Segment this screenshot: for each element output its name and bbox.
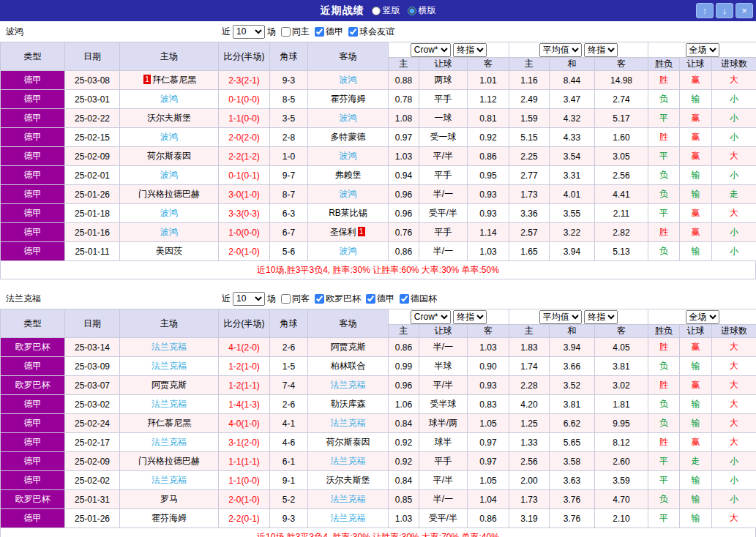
section-team-label: 波鸿 — [6, 26, 23, 38]
layout-radio-vertical[interactable]: 竖版 — [372, 4, 400, 17]
scope-select[interactable]: 全场 — [686, 43, 719, 57]
scroll-down-button[interactable]: ↓ — [716, 3, 733, 18]
team-name-link[interactable]: 沃尔夫斯堡 — [147, 113, 191, 123]
layout-radio-horizontal[interactable]: 横版 — [408, 4, 436, 17]
filter-club-friendly[interactable]: 球会友谊 — [345, 26, 394, 38]
filter-row: 法兰克福 近 10 场 同客 欧罗巴杯 德甲 德国杯 — [0, 288, 756, 309]
team-name-link[interactable]: 波鸿 — [160, 170, 178, 180]
scroll-up-button[interactable]: ↑ — [696, 3, 714, 18]
same-away-checkbox[interactable] — [281, 294, 291, 304]
team-name-link[interactable]: 法兰克福 — [331, 513, 366, 523]
team-name-link[interactable]: 柏林联合 — [331, 361, 366, 371]
team-name-link[interactable]: 美因茨 — [156, 246, 182, 256]
team-name-link[interactable]: 荷尔斯泰因 — [147, 151, 191, 161]
home-odds-cell: 0.92 — [389, 452, 419, 471]
team-name-link[interactable]: 法兰克福 — [151, 399, 187, 409]
match-count-select[interactable]: 10 — [233, 25, 265, 39]
team-name-link[interactable]: 阿贾克斯 — [151, 380, 187, 390]
team-name-link[interactable]: 法兰克福 — [151, 342, 187, 352]
bookmaker-select[interactable]: Crow* — [411, 310, 451, 324]
avg-time-select[interactable]: 终指 — [584, 310, 618, 324]
avg-draw-cell: 3.47 — [550, 90, 595, 109]
avg-home-cell: 2.00 — [509, 471, 550, 490]
team-name-link[interactable]: 法兰克福 — [151, 475, 187, 485]
team-name-link[interactable]: 拜仁慕尼黑 — [152, 75, 196, 85]
date-cell: 25-02-02 — [65, 471, 120, 490]
filter-same-away[interactable]: 同客 — [278, 293, 310, 305]
team-name-link[interactable]: 门兴格拉德巴赫 — [138, 189, 200, 199]
team-name-link[interactable]: 波鸿 — [340, 151, 357, 161]
team-name-link[interactable]: 罗马 — [160, 494, 178, 504]
club-friendly-checkbox[interactable] — [348, 27, 358, 37]
close-button[interactable]: × — [736, 3, 753, 18]
team-name-link[interactable]: 法兰克福 — [151, 437, 187, 447]
league-cell: 德甲 — [1, 185, 65, 204]
corner-cell: 1-5 — [270, 357, 308, 376]
home-team-cell: 波鸿 — [120, 223, 219, 242]
team-name-link[interactable]: 霍芬海姆 — [331, 94, 366, 104]
avg-home-cell: 1.16 — [509, 71, 550, 90]
team-name-link[interactable]: 波鸿 — [340, 246, 357, 256]
team-name-link[interactable]: 法兰克福 — [331, 380, 366, 390]
dfb-pokal-checkbox[interactable] — [400, 294, 409, 304]
home-odds-cell: 0.86 — [389, 338, 419, 357]
team-name-link[interactable]: RB莱比锡 — [329, 208, 367, 218]
team-name-link[interactable]: 霍芬海姆 — [151, 513, 187, 523]
team-name-link[interactable]: 勒沃库森 — [331, 399, 366, 409]
team-name-link[interactable]: 多特蒙德 — [331, 132, 366, 142]
avg-draw-cell: 5.65 — [550, 433, 595, 452]
bookmaker-select[interactable]: Crow* — [411, 43, 451, 57]
team-name-link[interactable]: 阿贾克斯 — [331, 342, 366, 352]
filter-dfb-pokal[interactable]: 德国杯 — [397, 293, 437, 305]
filter-bundesliga[interactable]: 德甲 — [312, 26, 343, 38]
checkbox-label: 同主 — [292, 26, 310, 38]
odds-time-select[interactable]: 终指 — [453, 43, 487, 57]
team-name-link[interactable]: 波鸿 — [160, 132, 178, 142]
avg-away-cell: 4.70 — [595, 490, 648, 509]
filter-same-home[interactable]: 同主 — [278, 26, 310, 38]
team-name-link[interactable]: 弗赖堡 — [335, 170, 362, 180]
team-name-link[interactable]: 拜仁慕尼黑 — [147, 418, 191, 428]
avg-draw-cell: 3.58 — [550, 452, 595, 471]
bundesliga-checkbox[interactable] — [366, 294, 375, 304]
match-count-select[interactable]: 10 — [233, 292, 265, 306]
team-name-link[interactable]: 波鸿 — [160, 94, 178, 104]
team-name-link[interactable]: 波鸿 — [340, 189, 357, 199]
same-home-checkbox[interactable] — [281, 27, 291, 37]
titlebar: 近期战绩 竖版 横版 ↑ ↓ × — [0, 0, 756, 21]
team-name-link[interactable]: 法兰克福 — [331, 456, 366, 466]
team-name-link[interactable]: 法兰克福 — [331, 418, 366, 428]
average-select[interactable]: 平均值 — [539, 310, 582, 324]
bundesliga-checkbox[interactable] — [315, 27, 324, 37]
avg-away-cell: 8.12 — [595, 433, 648, 452]
team-name-link[interactable]: 波鸿 — [340, 113, 357, 123]
filter-europa-league[interactable]: 欧罗巴杯 — [312, 293, 361, 305]
europa-league-checkbox[interactable] — [315, 294, 324, 304]
filter-bundesliga[interactable]: 德甲 — [363, 293, 394, 305]
team-name-link[interactable]: 波鸿 — [340, 75, 357, 85]
away-team-cell: 法兰克福 — [308, 414, 389, 433]
match-row: 德甲25-02-09荷尔斯泰因2-2(1-2)1-0波鸿1.03平/半0.862… — [1, 147, 756, 166]
away-team-cell: 波鸿 — [308, 147, 389, 166]
team-name-link[interactable]: 圣保利 — [330, 227, 356, 237]
team-name-link[interactable]: 门兴格拉德巴赫 — [138, 456, 200, 466]
team-name-link[interactable]: 沃尔夫斯堡 — [326, 475, 370, 485]
team-name-link[interactable]: 荷尔斯泰因 — [326, 437, 370, 447]
handicap-cell: 球半/两 — [419, 414, 468, 433]
scope-select[interactable]: 全场 — [686, 310, 719, 324]
league-cell: 德甲 — [1, 471, 65, 490]
home-team-cell: 门兴格拉德巴赫 — [120, 185, 219, 204]
team-name-link[interactable]: 波鸿 — [160, 227, 178, 237]
match-row: 德甲25-01-18波鸿3-3(0-3)6-3RB莱比锡0.96受平/半0.93… — [1, 204, 756, 223]
avg-time-select[interactable]: 终指 — [584, 43, 618, 57]
team-name-link[interactable]: 波鸿 — [160, 208, 178, 218]
team-name-link[interactable]: 法兰克福 — [151, 361, 187, 371]
result-cell: 负 — [648, 185, 680, 204]
avg-draw-cell: 3.31 — [550, 166, 595, 185]
avg-home-cell: 2.25 — [509, 147, 550, 166]
horizontal-radio[interactable] — [408, 7, 416, 15]
odds-time-select[interactable]: 终指 — [453, 310, 487, 324]
vertical-radio[interactable] — [372, 7, 381, 15]
team-name-link[interactable]: 法兰克福 — [331, 494, 366, 504]
average-select[interactable]: 平均值 — [539, 43, 582, 57]
